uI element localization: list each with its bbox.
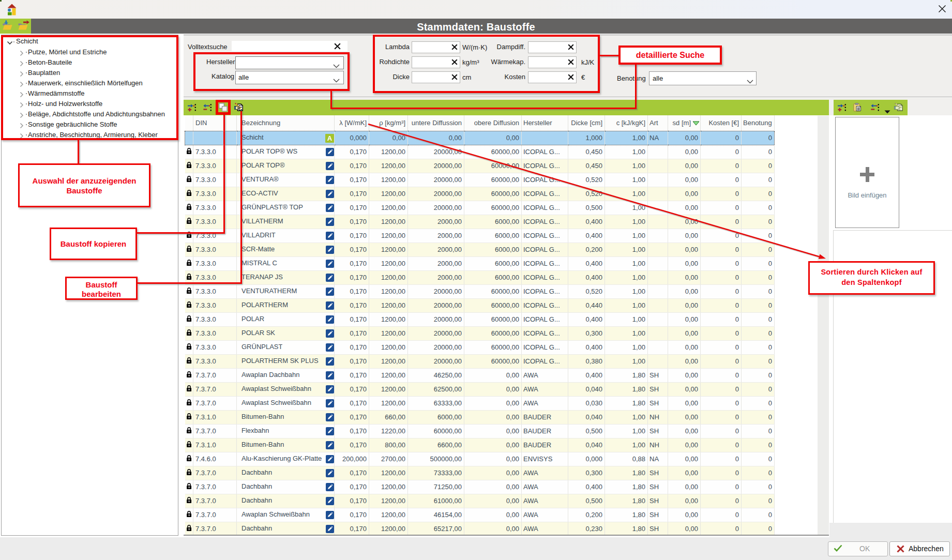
svg-text:A: A: [327, 134, 333, 142]
